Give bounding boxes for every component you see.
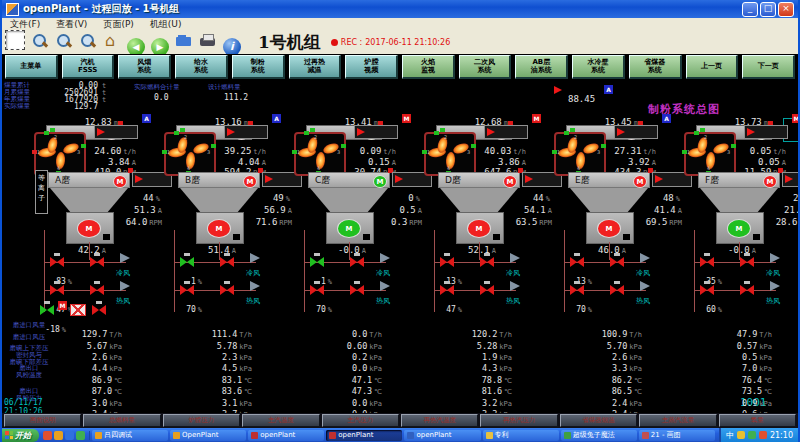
nav-button-5[interactable]: 过再热 减温 bbox=[289, 55, 342, 79]
cold-air-damper[interactable] bbox=[700, 257, 714, 267]
mill-motor[interactable]: M bbox=[77, 219, 101, 238]
bottom-nav-button-6[interactable]: 再热汽压力 bbox=[480, 414, 557, 427]
zoom-in-icon[interactable] bbox=[31, 32, 49, 50]
mill-motor[interactable]: M bbox=[727, 219, 751, 238]
cold-air-damper[interactable] bbox=[440, 257, 454, 267]
tray-icon[interactable] bbox=[748, 431, 756, 439]
hot-air-shutoff[interactable] bbox=[90, 285, 104, 295]
taskbar-task-6[interactable]: 超级兔子魔法 bbox=[561, 430, 637, 441]
header-motor[interactable]: M bbox=[763, 175, 777, 188]
cold-air-shutoff[interactable] bbox=[610, 257, 624, 267]
mill-header[interactable]: C磨M bbox=[308, 172, 390, 188]
hot-air-shutoff[interactable] bbox=[480, 285, 494, 295]
cold-air-damper[interactable] bbox=[310, 257, 324, 267]
cold-air-shutoff[interactable] bbox=[480, 257, 494, 267]
taskbar-task-7[interactable]: 21 - 画图 bbox=[639, 430, 715, 441]
cold-air-damper[interactable] bbox=[180, 257, 194, 267]
header-motor[interactable]: M bbox=[113, 175, 127, 188]
mode-badge-top[interactable]: M bbox=[532, 114, 541, 123]
feeder-flow-box[interactable] bbox=[224, 125, 268, 139]
cold-air-damper[interactable] bbox=[50, 257, 64, 267]
quick-launch-icon[interactable] bbox=[65, 431, 74, 440]
mill-motor[interactable]: M bbox=[467, 219, 491, 238]
mill-header[interactable]: F磨M bbox=[698, 172, 780, 188]
header-motor[interactable]: M bbox=[503, 175, 517, 188]
bottom-nav-button-8[interactable]: 主蒸汽流量 bbox=[639, 414, 716, 427]
mill-motor[interactable]: M bbox=[207, 219, 231, 238]
tray-icon[interactable] bbox=[737, 431, 745, 439]
nav-button-4[interactable]: 制粉 系统 bbox=[232, 55, 285, 79]
minimize-button[interactable]: _ bbox=[742, 2, 758, 17]
nav-button-0[interactable]: 主菜单 bbox=[5, 55, 58, 79]
bottom-nav-button-3[interactable]: 主汽温度 bbox=[242, 414, 319, 427]
taskbar-task-4[interactable]: openPlant bbox=[404, 430, 480, 441]
taskbar-task-5[interactable]: 专利 bbox=[483, 430, 559, 441]
forward-icon[interactable] bbox=[151, 38, 169, 56]
mode-badge-top[interactable]: A bbox=[142, 114, 151, 123]
bottom-nav-button-1[interactable]: 总燃料量 bbox=[83, 414, 160, 427]
header-motor[interactable]: M bbox=[633, 175, 647, 188]
mill-motor[interactable]: M bbox=[597, 219, 621, 238]
bottom-nav-button-9[interactable]: 氧量 bbox=[719, 414, 796, 427]
cold-air-shutoff[interactable] bbox=[220, 257, 234, 267]
quick-launch-icon[interactable] bbox=[76, 431, 85, 440]
feeder-flow-box[interactable] bbox=[94, 125, 138, 139]
taskbar-task-0[interactable]: 吕四调试 bbox=[92, 430, 168, 441]
close-button[interactable]: × bbox=[778, 2, 794, 17]
nav-button-8[interactable]: 二次风 系统 bbox=[459, 55, 512, 79]
hot-air-damper[interactable] bbox=[180, 285, 194, 295]
nav-button-9[interactable]: AB层 油系统 bbox=[515, 55, 568, 79]
bottom-nav-button-0[interactable]: 画面说明 bbox=[4, 414, 81, 427]
nav-button-13[interactable]: 下一页 bbox=[742, 55, 795, 79]
nav-button-1[interactable]: 汽机 FSSS bbox=[62, 55, 115, 79]
home-icon[interactable] bbox=[103, 32, 121, 50]
cold-air-shutoff[interactable] bbox=[740, 257, 754, 267]
feeder-flow-box[interactable] bbox=[484, 125, 528, 139]
hot-air-shutoff[interactable] bbox=[740, 285, 754, 295]
hot-air-damper[interactable] bbox=[700, 285, 714, 295]
mode-badge-top[interactable]: M bbox=[792, 114, 798, 123]
mode-badge-top[interactable]: A bbox=[272, 114, 281, 123]
feeder-flow-box[interactable] bbox=[744, 125, 788, 139]
feeder-flow-box[interactable] bbox=[354, 125, 398, 139]
bottom-nav-button-2[interactable]: 炉膛压力 bbox=[163, 414, 240, 427]
bottom-nav-button-7[interactable]: 省煤器烟温 bbox=[560, 414, 637, 427]
taskbar-task-2[interactable]: openPlant bbox=[248, 430, 324, 441]
quick-launch-icon[interactable] bbox=[43, 431, 52, 440]
print-icon[interactable] bbox=[199, 32, 217, 50]
zoom-region-icon[interactable] bbox=[79, 32, 97, 50]
hot-air-shutoff[interactable] bbox=[610, 285, 624, 295]
zoom-out-icon[interactable] bbox=[55, 32, 73, 50]
hot-air-damper[interactable] bbox=[310, 285, 324, 295]
mill-demand-box[interactable] bbox=[782, 172, 798, 187]
header-motor[interactable]: M bbox=[373, 175, 387, 188]
hot-air-damper[interactable] bbox=[440, 285, 454, 295]
nav-button-6[interactable]: 炉膛 视频 bbox=[345, 55, 398, 79]
seal-air-shutoff[interactable] bbox=[92, 305, 106, 315]
bottom-nav-button-4[interactable]: 主汽压力 bbox=[322, 414, 399, 427]
header-motor[interactable]: M bbox=[243, 175, 257, 188]
seal-air-mode-badge[interactable]: M bbox=[58, 301, 67, 310]
nav-button-7[interactable]: 火焰 监视 bbox=[402, 55, 455, 79]
start-button[interactable]: 开始 bbox=[2, 429, 39, 442]
mill-header[interactable]: E磨M bbox=[568, 172, 650, 188]
tray-icon[interactable] bbox=[759, 431, 767, 439]
cold-air-damper[interactable] bbox=[570, 257, 584, 267]
input-language-indicator[interactable]: 中 bbox=[726, 430, 734, 441]
nav-button-2[interactable]: 风烟 系统 bbox=[118, 55, 171, 79]
mode-badge-top[interactable]: M bbox=[402, 114, 411, 123]
select-icon[interactable] bbox=[5, 30, 25, 50]
taskbar-task-3[interactable]: openPlant bbox=[326, 430, 402, 441]
maximize-button[interactable]: □ bbox=[760, 2, 776, 17]
bottom-nav-button-5[interactable]: 再热汽温度 bbox=[401, 414, 478, 427]
mill-header[interactable]: A磨M bbox=[48, 172, 130, 188]
hot-air-damper[interactable] bbox=[50, 285, 64, 295]
cold-air-shutoff[interactable] bbox=[350, 257, 364, 267]
mill-motor[interactable]: M bbox=[337, 219, 361, 238]
taskbar-task-1[interactable]: OpenPlant bbox=[170, 430, 246, 441]
feeder-flow-box[interactable] bbox=[614, 125, 658, 139]
open-folder-icon[interactable] bbox=[175, 32, 193, 50]
back-icon[interactable] bbox=[127, 38, 145, 56]
mode-badge-top[interactable]: A bbox=[662, 114, 671, 123]
nav-button-3[interactable]: 给水 系统 bbox=[175, 55, 228, 79]
